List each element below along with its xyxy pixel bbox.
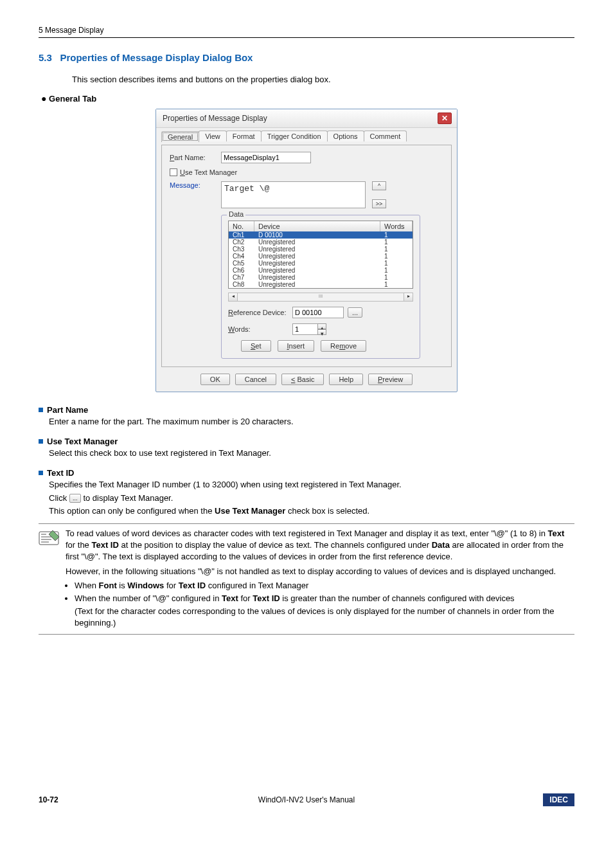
section-number: 5.3 (39, 52, 52, 63)
tab-general[interactable]: General (161, 131, 199, 142)
use-text-manager-checkbox[interactable] (170, 168, 177, 176)
tab-trigger[interactable]: Trigger Condition (261, 131, 328, 141)
table-row[interactable]: Ch2Unregistered1 (229, 239, 413, 246)
tab-comment[interactable]: Comment (364, 131, 407, 141)
section-heading: 5.3 Properties of Message Display Dialog… (39, 52, 574, 63)
bullet-icon (39, 471, 43, 475)
tab-strip: General View Format Trigger Condition Op… (161, 131, 452, 141)
chapter-header: 5 Message Display (39, 26, 574, 38)
tab-heading-label: General (49, 94, 80, 104)
message-textarea[interactable]: Target \@ (221, 181, 366, 208)
dialog-title: Properties of Message Display (163, 114, 267, 123)
col-no: No. (229, 221, 254, 231)
note-bullet-1: When Font is Windows for Text ID configu… (75, 580, 574, 592)
close-icon[interactable]: ✕ (438, 113, 452, 124)
table-row[interactable]: Ch5Unregistered1 (229, 260, 413, 267)
ref-device-input[interactable] (292, 307, 344, 318)
ref-device-browse-button[interactable]: ... (348, 307, 362, 318)
note-icon (39, 529, 60, 547)
insert-button[interactable]: Insert (278, 340, 315, 352)
page-footer: 10-72 WindO/I-NV2 User's Manual IDEC (39, 793, 574, 806)
remove-button[interactable]: Remove (321, 340, 366, 352)
tab-heading: ● General Tab (41, 93, 574, 104)
table-row[interactable]: Ch7Unregistered1 (229, 274, 413, 281)
part-name-label: Part Name: (170, 154, 221, 161)
words-input[interactable] (292, 323, 318, 335)
table-hscroll[interactable]: ◂ III ▸ (228, 293, 413, 302)
section-title: Properties of Message Display Dialog Box (60, 52, 253, 63)
words-label: Words: (228, 325, 292, 333)
spin-down-icon[interactable]: ▾ (317, 329, 326, 335)
fieldset-legend: Data (227, 210, 245, 218)
table-row[interactable]: Ch3Unregistered1 (229, 246, 413, 253)
tab-options[interactable]: Options (327, 131, 364, 141)
sub-utm-heading: Use Text Manager (47, 437, 118, 446)
sub-utm-body: Select this check box to use text regist… (49, 448, 574, 459)
col-words: Words (380, 221, 413, 231)
table-row[interactable]: Ch6Unregistered1 (229, 267, 413, 274)
sub-partname-heading: Part Name (47, 405, 88, 415)
col-device: Device (254, 221, 380, 231)
footer-manual-title: WindO/I-NV2 User's Manual (39, 795, 574, 804)
note-bullet-2: When the number of "\@" configured in Te… (75, 593, 574, 629)
data-fieldset: Data No. Device Words Ch1 D 00100 1 (221, 215, 420, 359)
basic-button[interactable]: < Basic (281, 374, 324, 385)
part-name-input[interactable] (221, 152, 311, 163)
table-row[interactable]: Ch4Unregistered1 (229, 253, 413, 260)
msg-up-button[interactable]: ^ (372, 181, 386, 190)
dialog-titlebar: Properties of Message Display ✕ (156, 109, 457, 128)
message-label: Message: (170, 181, 221, 189)
data-table[interactable]: No. Device Words Ch1 D 00100 1 Ch2Unregi… (228, 221, 413, 289)
spin-up-icon[interactable]: ▴ (317, 323, 326, 329)
sub-textid-heading: Text ID (47, 468, 74, 478)
section-intro: This section describes items and buttons… (72, 75, 574, 84)
sub-textid-body3: This option can only be configured when … (49, 505, 574, 517)
note-p1: To read values of word devices as charac… (66, 528, 574, 563)
ellipsis-button-inline: ... (69, 494, 81, 503)
tab-heading-suffix: Tab (80, 94, 97, 104)
bullet-dot: ● (41, 93, 46, 104)
sub-partname-body: Enter a name for the part. The maximum n… (49, 416, 574, 428)
cancel-button[interactable]: Cancel (235, 374, 276, 385)
msg-expand-button[interactable]: >> (372, 199, 386, 208)
help-button[interactable]: Help (329, 374, 363, 385)
scroll-left-icon[interactable]: ◂ (229, 293, 238, 301)
bullet-icon (39, 439, 43, 444)
note-p2: However, in the following situations "\@… (66, 566, 574, 577)
set-button[interactable]: Set (241, 340, 271, 352)
ok-button[interactable]: OK (200, 374, 230, 385)
bullet-icon (39, 408, 43, 412)
sub-textid-body2: Click ... to display Text Manager. (49, 493, 574, 504)
ref-device-label: Reference Device: (228, 309, 292, 316)
tab-format[interactable]: Format (226, 131, 262, 141)
sub-textid-body1: Specifies the Text Manager ID number (1 … (49, 479, 574, 491)
properties-dialog: Properties of Message Display ✕ General … (155, 109, 458, 392)
table-row[interactable]: Ch1 D 00100 1 (229, 231, 413, 239)
scroll-right-icon[interactable]: ▸ (404, 293, 413, 301)
tab-view[interactable]: View (199, 131, 227, 141)
use-text-manager-label: Use Text Manager (180, 168, 237, 176)
note-block: To read values of word devices as charac… (39, 523, 574, 635)
table-row[interactable]: Ch8Unregistered1 (229, 281, 413, 288)
preview-button[interactable]: Preview (368, 374, 413, 385)
